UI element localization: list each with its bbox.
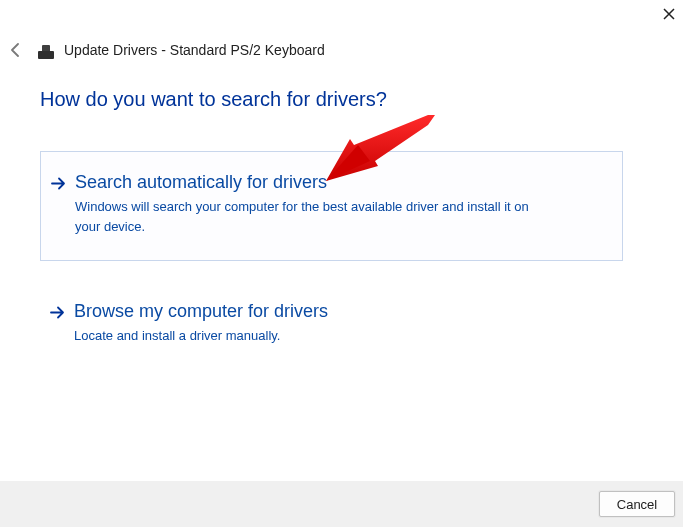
option-auto-title: Search automatically for drivers [75, 172, 598, 193]
option-auto-desc: Windows will search your computer for th… [75, 197, 545, 236]
window-title: Update Drivers - Standard PS/2 Keyboard [64, 42, 325, 58]
arrow-right-icon [50, 305, 65, 324]
keyboard-device-icon [38, 41, 54, 59]
option-browse-title: Browse my computer for drivers [74, 301, 599, 322]
footer: Cancel [0, 481, 683, 527]
header: Update Drivers - Standard PS/2 Keyboard [4, 38, 679, 62]
option-browse-desc: Locate and install a driver manually. [74, 326, 544, 346]
back-button[interactable] [4, 38, 28, 62]
close-button[interactable] [659, 4, 679, 24]
content-area: How do you want to search for drivers? S… [40, 88, 623, 370]
cancel-button-label: Cancel [617, 497, 657, 512]
option-search-automatically[interactable]: Search automatically for drivers Windows… [40, 151, 623, 261]
arrow-right-icon [51, 176, 66, 195]
close-icon [663, 8, 675, 20]
option-browse-computer[interactable]: Browse my computer for drivers Locate an… [40, 281, 623, 370]
back-arrow-icon [9, 43, 23, 57]
update-drivers-window: Update Drivers - Standard PS/2 Keyboard … [0, 0, 683, 527]
question-heading: How do you want to search for drivers? [40, 88, 623, 111]
title-wrap: Update Drivers - Standard PS/2 Keyboard [38, 41, 325, 59]
cancel-button[interactable]: Cancel [599, 491, 675, 517]
